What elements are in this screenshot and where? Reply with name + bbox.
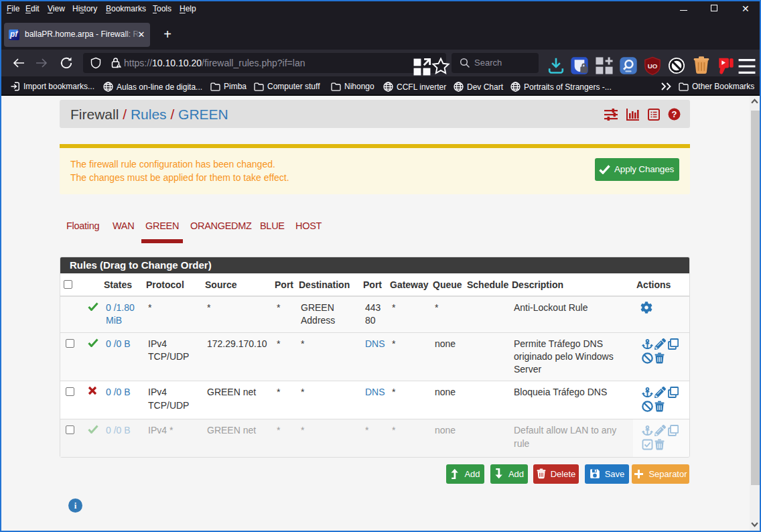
- svg-text:UO: UO: [648, 62, 658, 70]
- svg-text:?: ?: [672, 109, 677, 119]
